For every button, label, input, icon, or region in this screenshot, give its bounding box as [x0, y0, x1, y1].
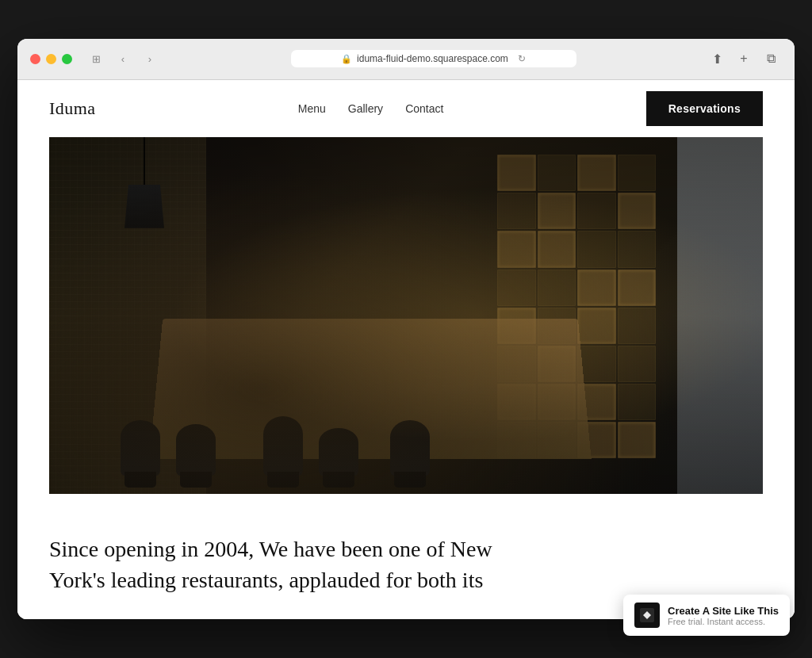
tab-overview-button[interactable]: ⧉	[760, 50, 782, 67]
reload-icon[interactable]: ↻	[518, 53, 526, 64]
squarespace-logo	[634, 603, 660, 628]
lock-icon: 🔒	[341, 54, 352, 64]
url-pill[interactable]: 🔒 iduma-fluid-demo.squarespace.com ↻	[291, 50, 576, 67]
hero-overlay	[49, 137, 763, 494]
nav-contact[interactable]: Contact	[405, 102, 443, 115]
nav-gallery[interactable]: Gallery	[348, 102, 383, 115]
navigation: Iduma Menu Gallery Contact Reservations	[17, 80, 795, 137]
close-button[interactable]	[30, 54, 40, 64]
browser-view-btn[interactable]: ⊞	[85, 50, 107, 67]
intro-paragraph: Since opening in 2004, We have been one …	[49, 534, 525, 595]
squarespace-text: Create A Site Like This Free trial. Inst…	[668, 605, 779, 626]
minimize-button[interactable]	[46, 54, 56, 64]
browser-actions: ⬆ + ⧉	[706, 50, 782, 67]
badge-title: Create A Site Like This	[668, 605, 779, 617]
nav-links: Menu Gallery Contact	[298, 102, 444, 115]
reservations-button[interactable]: Reservations	[646, 91, 763, 126]
intro-line-1: Since opening in 2004, We have been one …	[49, 537, 492, 561]
hero-image	[49, 137, 763, 494]
website-content: Iduma Menu Gallery Contact Reservations	[17, 80, 795, 619]
badge-subtitle: Free trial. Instant access.	[668, 617, 779, 626]
url-text: iduma-fluid-demo.squarespace.com	[357, 53, 508, 64]
share-button[interactable]: ⬆	[706, 50, 728, 67]
maximize-button[interactable]	[62, 54, 72, 64]
browser-window: ⊞ ‹ › 🔒 iduma-fluid-demo.squarespace.com…	[17, 39, 795, 619]
browser-controls: ⊞ ‹ ›	[85, 50, 161, 67]
nav-menu[interactable]: Menu	[298, 102, 326, 115]
browser-chrome: ⊞ ‹ › 🔒 iduma-fluid-demo.squarespace.com…	[17, 39, 795, 80]
intro-line-2: York's leading restaurants, applauded fo…	[49, 568, 483, 592]
site-logo[interactable]: Iduma	[49, 98, 95, 119]
traffic-lights	[30, 54, 72, 64]
back-button[interactable]: ‹	[112, 50, 134, 67]
squarespace-badge[interactable]: Create A Site Like This Free trial. Inst…	[623, 595, 790, 636]
forward-button[interactable]: ›	[139, 50, 161, 67]
new-tab-button[interactable]: +	[733, 50, 755, 67]
address-bar: 🔒 iduma-fluid-demo.squarespace.com ↻	[170, 50, 696, 67]
restaurant-photo	[49, 137, 763, 494]
